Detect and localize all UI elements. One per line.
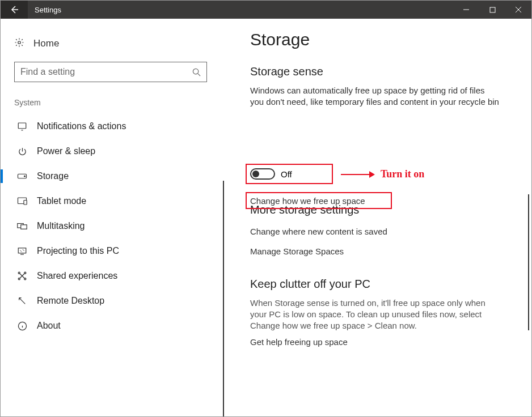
svg-point-1 bbox=[18, 41, 21, 44]
sidebar-item-label: Remote Desktop bbox=[37, 296, 104, 306]
back-button[interactable] bbox=[1, 1, 28, 19]
svg-rect-0 bbox=[490, 7, 495, 12]
maximize-icon bbox=[489, 7, 496, 13]
annotation-box-toggle: Off bbox=[246, 164, 333, 184]
sidebar-item-notifications[interactable]: Notifications & actions bbox=[14, 114, 210, 139]
sidebar-item-storage[interactable]: Storage bbox=[14, 164, 210, 189]
remote-icon bbox=[16, 296, 28, 305]
notifications-icon bbox=[16, 121, 28, 131]
home-label: Home bbox=[33, 38, 59, 49]
section-keep-clutter: Keep clutter off your PC bbox=[250, 278, 525, 291]
tablet-icon bbox=[16, 197, 28, 206]
search-input[interactable]: Find a setting bbox=[14, 62, 207, 82]
sidebar-home[interactable]: Home bbox=[14, 32, 210, 55]
sidebar-item-label: Storage bbox=[37, 171, 69, 181]
minimize-button[interactable] bbox=[453, 1, 479, 19]
close-icon bbox=[515, 6, 522, 13]
page-title: Storage bbox=[250, 30, 525, 49]
annotation-text: Turn it on bbox=[381, 168, 424, 180]
projecting-icon bbox=[16, 246, 28, 256]
sidebar-item-label: About bbox=[37, 321, 61, 331]
svg-point-11 bbox=[18, 272, 20, 274]
sidebar-item-label: Tablet mode bbox=[37, 196, 86, 206]
storage-icon bbox=[16, 173, 28, 180]
scroll-indicator-left bbox=[223, 181, 224, 417]
sidebar-item-shared[interactable]: Shared experiences bbox=[14, 263, 210, 288]
sidebar-item-tablet[interactable]: Tablet mode bbox=[14, 189, 210, 214]
change-free-up-space-link[interactable]: Change how we free up space bbox=[250, 196, 365, 206]
svg-point-12 bbox=[24, 272, 26, 274]
minimize-icon bbox=[463, 6, 470, 13]
gear-icon bbox=[14, 37, 24, 50]
get-help-link[interactable]: Get help freeing up space bbox=[250, 337, 525, 347]
sidebar-item-about[interactable]: About bbox=[14, 313, 210, 338]
storage-sense-toggle[interactable] bbox=[250, 168, 275, 180]
sidebar-item-power[interactable]: Power & sleep bbox=[14, 139, 210, 164]
info-icon bbox=[16, 321, 28, 331]
sidebar-category: System bbox=[14, 98, 210, 107]
maximize-button[interactable] bbox=[479, 1, 505, 19]
manage-storage-spaces-link[interactable]: Manage Storage Spaces bbox=[250, 246, 525, 256]
svg-point-5 bbox=[24, 176, 26, 177]
svg-point-2 bbox=[193, 69, 198, 74]
sidebar: Home Find a setting System Notifications… bbox=[1, 19, 215, 416]
multitasking-icon bbox=[16, 222, 28, 230]
keep-clutter-description: When Storage sense is turned on, it'll f… bbox=[250, 297, 500, 332]
sidebar-item-remote[interactable]: Remote Desktop bbox=[14, 288, 210, 313]
title-bar: Settings bbox=[1, 1, 531, 19]
sidebar-item-label: Notifications & actions bbox=[37, 121, 126, 131]
svg-rect-3 bbox=[18, 123, 26, 129]
annotation-arrow bbox=[341, 174, 374, 175]
sidebar-item-label: Shared experiences bbox=[37, 271, 117, 281]
sidebar-item-label: Multitasking bbox=[37, 221, 85, 231]
main-panel: Storage Storage sense Windows can automa… bbox=[215, 19, 531, 416]
svg-point-13 bbox=[18, 278, 20, 280]
sidebar-item-label: Power & sleep bbox=[37, 146, 95, 156]
storage-sense-description: Windows can automatically free up space … bbox=[250, 85, 500, 108]
toggle-state-label: Off bbox=[281, 169, 292, 179]
change-content-saved-link[interactable]: Change where new content is saved bbox=[250, 227, 525, 236]
shared-icon bbox=[16, 271, 28, 281]
sidebar-item-projecting[interactable]: Projecting to this PC bbox=[14, 239, 210, 263]
power-icon bbox=[16, 147, 28, 156]
search-placeholder: Find a setting bbox=[20, 67, 192, 77]
sidebar-item-multitasking[interactable]: Multitasking bbox=[14, 214, 210, 239]
svg-rect-9 bbox=[21, 225, 27, 229]
svg-rect-7 bbox=[24, 201, 27, 205]
close-button[interactable] bbox=[505, 1, 531, 19]
sidebar-item-label: Projecting to this PC bbox=[37, 246, 119, 256]
svg-point-14 bbox=[24, 278, 26, 280]
window-title: Settings bbox=[28, 6, 453, 14]
arrow-left-icon bbox=[10, 5, 19, 14]
search-icon bbox=[192, 68, 201, 76]
annotation-box-link: Change how we free up space bbox=[246, 192, 392, 209]
scroll-indicator-right bbox=[528, 194, 529, 330]
section-storage-sense: Storage sense bbox=[250, 65, 525, 78]
svg-rect-10 bbox=[18, 248, 26, 253]
